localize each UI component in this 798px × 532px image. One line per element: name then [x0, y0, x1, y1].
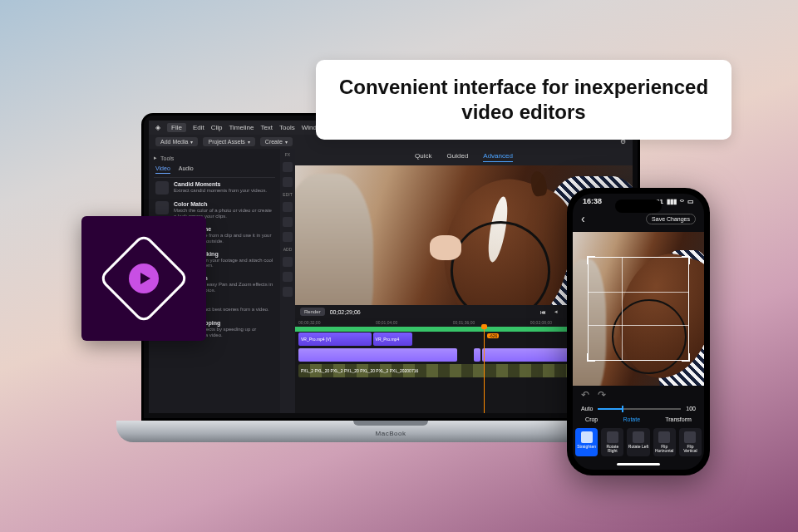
- rail-label-fx: FX: [285, 152, 290, 157]
- menu-edit[interactable]: Edit: [193, 124, 204, 131]
- macbook-frame: ◈ File Edit Clip Timeline Text Tools Win…: [141, 113, 640, 446]
- clip[interactable]: [298, 348, 457, 362]
- signal-icon: ▮▮▮: [667, 198, 677, 205]
- straighten-icon: [581, 431, 593, 443]
- goto-start-icon[interactable]: ⏮: [538, 308, 548, 316]
- crop-handle-bl[interactable]: [587, 353, 595, 362]
- headline-text: Convenient interface for inexperienced v…: [339, 76, 708, 123]
- tool-flip-vertical[interactable]: Flip Vertical: [679, 428, 702, 456]
- iphone-frame: 16:38 81 ▮▮▮ ⌔ ▭ ‹ Save Changes: [567, 188, 710, 475]
- menu-tools[interactable]: Tools: [279, 124, 295, 131]
- candid-moments-icon: [155, 181, 169, 195]
- laptop-screen: ◈ File Edit Clip Timeline Text Tools Win…: [141, 113, 640, 421]
- logo-diamond-icon: [98, 233, 190, 324]
- crop-handle-tl[interactable]: [587, 256, 595, 264]
- edit-tool-1-icon[interactable]: [283, 202, 293, 212]
- home-indicator[interactable]: [617, 463, 660, 466]
- redo-button[interactable]: ↷: [598, 389, 606, 401]
- fx-tool-1-icon[interactable]: [283, 162, 293, 172]
- clip[interactable]: VR_Pro.mp4: [373, 332, 413, 346]
- menu-timeline[interactable]: Timeline: [229, 124, 254, 131]
- tool-rotate-right[interactable]: Rotate Right: [601, 428, 623, 456]
- ruler-mark: 00;01;36;00: [453, 320, 475, 325]
- slider-auto-label[interactable]: Auto: [581, 406, 593, 411]
- undo-button[interactable]: ↶: [581, 389, 589, 401]
- side-tab-video[interactable]: Video: [155, 165, 170, 174]
- menu-file[interactable]: File: [167, 123, 186, 132]
- ruler-mark: 00;01;04;00: [376, 320, 397, 325]
- add-tool-3-icon[interactable]: [283, 287, 293, 297]
- slider-max-label: 100: [686, 406, 696, 411]
- tab-transform[interactable]: Transform: [665, 416, 692, 422]
- create-button[interactable]: Create: [260, 137, 293, 146]
- project-assets-button[interactable]: Project Assets: [203, 137, 254, 146]
- crop-frame[interactable]: [588, 257, 689, 361]
- preview-hand: [430, 235, 461, 260]
- rail-label-edit: EDIT: [283, 192, 292, 197]
- flip-vertical-icon: [684, 431, 696, 443]
- menu-clip[interactable]: Clip: [211, 124, 223, 131]
- edit-tool-3-icon[interactable]: [283, 232, 293, 242]
- history-controls: ↶ ↷: [573, 386, 704, 404]
- status-time: 16:38: [583, 197, 602, 205]
- side-tabs: Video Audio: [154, 164, 275, 178]
- battery-icon: ▭: [687, 198, 694, 205]
- tool-flip-horizontal[interactable]: Flip Horizontal: [653, 428, 676, 456]
- rotate-tools: Straighten Rotate Right Rotate Left Flip…: [573, 426, 704, 460]
- clip[interactable]: VR_Pro.mp4 [V]: [298, 332, 372, 346]
- add-tool-2-icon[interactable]: [283, 272, 293, 282]
- tool-straighten[interactable]: Straighten: [575, 428, 598, 456]
- color-match-icon: [155, 201, 169, 214]
- play-icon: [129, 264, 159, 293]
- feature-candid-moments[interactable]: Candid MomentsExtract candid moments fro…: [154, 178, 275, 198]
- fx-tool-2-icon[interactable]: [283, 177, 293, 187]
- dynamic-island: [615, 200, 662, 213]
- straighten-slider[interactable]: [598, 406, 681, 411]
- crop-handle-br[interactable]: [682, 353, 690, 362]
- app-brand-icon: ◈: [155, 124, 160, 131]
- mode-advanced[interactable]: Advanced: [483, 152, 513, 162]
- edit-tool-2-icon[interactable]: [283, 217, 293, 227]
- back-button[interactable]: ‹: [581, 212, 585, 225]
- save-changes-button[interactable]: Save Changes: [646, 214, 696, 224]
- ruler-mark: 00;00;32;00: [298, 320, 320, 325]
- video-editor-app: ◈ File Edit Clip Timeline Text Tools Win…: [149, 121, 633, 413]
- edit-mode-tabs: Crop Rotate Transform: [573, 415, 704, 426]
- crop-handle-tr[interactable]: [682, 256, 690, 264]
- preview-subject-left: [295, 174, 373, 305]
- vertical-tool-rail: FX EDIT ADD: [280, 149, 295, 413]
- mode-guided[interactable]: Guided: [447, 152, 469, 162]
- step-back-icon[interactable]: ◂: [551, 308, 561, 316]
- tab-rotate[interactable]: Rotate: [623, 416, 640, 422]
- clip[interactable]: [474, 348, 480, 362]
- tab-crop[interactable]: Crop: [585, 416, 598, 422]
- flip-horizontal-icon: [658, 431, 670, 443]
- playhead-offset-label: -626: [487, 333, 499, 338]
- tools-row[interactable]: ▸ Tools: [154, 152, 275, 164]
- rotate-right-icon: [607, 431, 618, 443]
- add-tool-1-icon[interactable]: [283, 257, 293, 267]
- playhead[interactable]: [484, 327, 485, 413]
- rail-label-add: ADD: [283, 247, 293, 252]
- laptop-brand-label: MacBook: [376, 430, 406, 437]
- headline-callout: Convenient interface for inexperienced v…: [316, 60, 732, 140]
- wifi-icon: ⌔: [680, 198, 684, 205]
- workspace: ▸ Tools Video Audio Candid MomentsExtrac…: [149, 149, 633, 413]
- menu-text[interactable]: Text: [260, 124, 273, 131]
- render-button[interactable]: Render: [300, 308, 325, 316]
- tool-rotate-left[interactable]: Rotate Left: [627, 428, 649, 456]
- straighten-slider-row: Auto 100: [573, 404, 704, 415]
- premiere-elements-logo: [81, 216, 206, 341]
- side-tab-audio[interactable]: Audio: [179, 165, 194, 174]
- mode-tabs: Quick Guided Advanced: [295, 149, 633, 165]
- timecode-display: 00;02;29;06: [330, 309, 361, 315]
- mode-quick[interactable]: Quick: [415, 152, 431, 162]
- rotate-left-icon: [633, 431, 644, 443]
- ruler-mark: 00;02;08;00: [530, 320, 552, 325]
- add-media-button[interactable]: Add Media: [155, 137, 198, 146]
- phone-screen: 16:38 81 ▮▮▮ ⌔ ▭ ‹ Save Changes: [573, 194, 704, 470]
- photo-canvas[interactable]: [573, 232, 704, 386]
